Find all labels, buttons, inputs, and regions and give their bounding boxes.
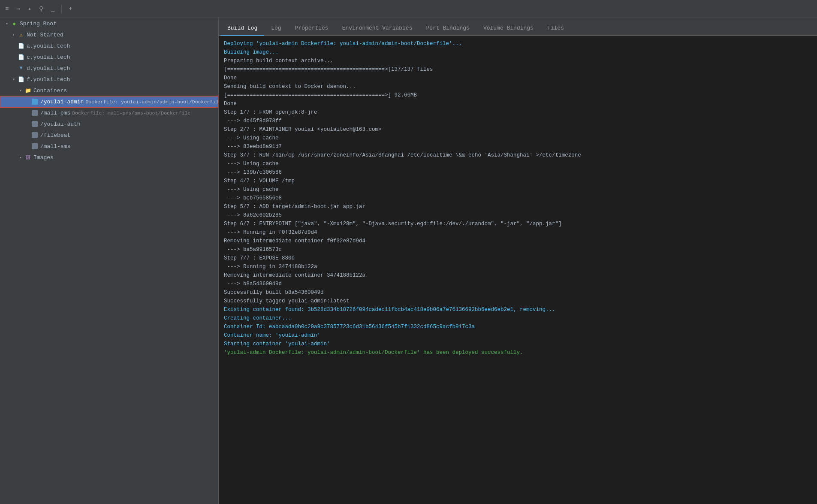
log-line: Step 1/7 : FROM openjdk:8-jre [224,108,812,117]
log-line: Step 5/7 : ADD target/admin-boot.jar app… [224,202,812,211]
sidebar-item-d-youlai[interactable]: ▼ d.youlai.tech [0,63,218,74]
sidebar-item-c-youlai[interactable]: 📄 c.youlai.tech [0,51,218,63]
tab-properties[interactable]: Properties [288,21,335,36]
sidebar-item-not-started[interactable]: ⚠ Not Started [0,29,218,40]
sidebar-item-mall-sms[interactable]: /mall-sms [0,141,218,152]
sidebar-item-label-filebeat: /filebeat [40,132,70,139]
log-line: Creating container... [224,314,812,323]
log-line: Step 3/7 : RUN /bin/cp /usr/share/zonein… [224,151,812,160]
domain-icon-a: 📄 [17,42,25,50]
tabs-row: Build Log Log Properties Environment Var… [219,18,817,36]
sidebar-item-containers[interactable]: 📁 Containers [0,85,218,96]
sidebar-item-label-c-youlai: c.youlai.tech [27,54,70,60]
sidebar-item-label-f-youlai: f.youlai.tech [27,76,70,83]
sidebar-item-a-youlai[interactable]: 📄 a.youlai.tech [0,40,218,51]
sidebar-item-label-not-started: Not Started [27,32,63,38]
log-line: Done [224,100,812,108]
sidebar-item-spring-boot[interactable]: ◆ Spring Boot [0,18,218,29]
pin-icon[interactable]: ⎯ [49,5,56,13]
images-icon: 🖼 [24,154,32,161]
expand-arrow-f-youlai [10,77,17,82]
log-line: Container name: 'youlai-admin' [224,331,812,340]
log-line: Step 4/7 : VOLUME /tmp [224,177,812,185]
container-icon-mall-sms [31,142,39,150]
log-line: Step 6/7 : ENTRYPOINT ["java", "-Xmx128m… [224,220,812,228]
domain-icon-f: 📄 [17,75,25,83]
log-line: ---> 8a62c602b285 [224,211,812,220]
log-line: ---> 83eebd8a91d7 [224,142,812,151]
sidebar-item-f-youlai[interactable]: 📄 f.youlai.tech [0,74,218,85]
log-line: ---> Running in 3474188b122a [224,263,812,271]
tab-build-log[interactable]: Build Log [220,21,264,36]
log-line: ---> ba5a9916573c [224,245,812,254]
sidebar-item-images[interactable]: 🖼 Images [0,152,218,163]
sidebar-item-label-a-youlai: a.youlai.tech [27,43,70,49]
log-line: Removing intermediate container 3474188b… [224,271,812,280]
sidebar-item-label-youlai-admin: /youlai-admin [40,99,84,105]
sidebar-item-suffix-youlai-admin: Dockerfile: youlai-admin/admin-boot/Dock… [85,99,219,105]
sidebar-item-label-spring-boot: Spring Boot [20,21,57,27]
log-line: Step 7/7 : EXPOSE 8800 [224,254,812,263]
log-content[interactable]: Deploying 'youlai-admin Dockerfile: youl… [219,36,817,504]
domain-icon-d: ▼ [17,64,25,72]
toolbar: ≡ ⋯ ✦ ⚲ ⎯ + [0,0,817,18]
log-line: Step 2/7 : MAINTAINER youlai <youlaitech… [224,125,812,134]
main-area: ◆ Spring Boot ⚠ Not Started 📄 a.youlai.t… [0,18,817,504]
log-line: Preparing build context archive... [224,57,812,65]
log-line: Building image... [224,48,812,57]
container-icon-youlai-auth [31,120,39,128]
sidebar-item-mall-pms[interactable]: /mall-pms Dockerfile: mall-pms/pms-boot/… [0,107,218,118]
sidebar-item-label-containers: Containers [33,88,67,94]
sidebar-item-label-d-youlai: d.youlai.tech [27,65,70,72]
log-line: Container Id: eabcaada0b0c20a9c37857723c… [224,323,812,331]
add-icon[interactable]: + [67,5,74,13]
log-line: Done [224,74,812,82]
container-icon-filebeat [31,131,39,139]
sidebar-item-label-images: Images [33,154,54,161]
content-area: Build Log Log Properties Environment Var… [219,18,817,504]
tab-environment-variables[interactable]: Environment Variables [335,21,419,36]
sidebar-item-label-mall-pms: /mall-pms [40,110,70,116]
toolbar-separator [61,5,62,13]
tab-log[interactable]: Log [264,21,288,36]
filter-icon[interactable]: ⚲ [37,4,45,13]
expand-arrow-not-started [10,32,17,37]
container-icon-mall-pms [31,109,39,117]
log-line: Existing container found: 3b528d334b1872… [224,305,812,314]
container-icon-youlai-admin [31,98,39,106]
log-line: [=======================================… [224,91,812,100]
folder-icon-containers: 📁 [24,87,32,94]
collapse-all-icon[interactable]: ⋯ [15,4,21,13]
log-line: ---> Using cache [224,134,812,142]
log-line: ---> Using cache [224,160,812,168]
sidebar-item-suffix-mall-pms: Dockerfile: mall-pms/pms-boot/Dockerfile [72,110,190,116]
warning-icon: ⚠ [17,31,25,39]
sidebar-item-filebeat[interactable]: /filebeat [0,130,218,141]
sidebar-item-label-youlai-auth: /youlai-auth [40,121,81,127]
log-line: ---> 4c45f8d078ff [224,117,812,125]
tab-files[interactable]: Files [540,21,571,36]
tab-port-bindings[interactable]: Port Bindings [419,21,476,36]
expand-all-icon[interactable]: ≡ [3,5,10,13]
log-line: Sending build context to Docker daemon..… [224,82,812,91]
tab-volume-bindings[interactable]: Volume Bindings [476,21,540,36]
expand-arrow-spring-boot [3,21,10,26]
log-line: ---> Running in f0f32e87d9d4 [224,228,812,237]
sidebar-item-youlai-auth[interactable]: /youlai-auth [0,118,218,130]
log-line: ---> 139b7c306586 [224,168,812,177]
sidebar: ◆ Spring Boot ⚠ Not Started 📄 a.youlai.t… [0,18,219,504]
log-line: Successfully built b8a54360049d [224,288,812,297]
domain-icon-c: 📄 [17,53,25,61]
log-line: 'youlai-admin Dockerfile: youlai-admin/a… [224,348,812,357]
expand-arrow-containers [17,88,24,93]
log-line: [=======================================… [224,65,812,74]
log-line: Starting container 'youlai-admin' [224,340,812,348]
log-line: Deploying 'youlai-admin Dockerfile: youl… [224,39,812,48]
group-icon[interactable]: ✦ [26,4,33,13]
log-line: Successfully tagged youlai-admin:latest [224,297,812,305]
log-line: Removing intermediate container f0f32e87… [224,237,812,245]
spring-boot-icon: ◆ [10,20,18,27]
sidebar-item-youlai-admin[interactable]: /youlai-admin Dockerfile: youlai-admin/a… [0,96,218,107]
sidebar-item-label-mall-sms: /mall-sms [40,143,70,150]
expand-arrow-images [17,155,24,160]
